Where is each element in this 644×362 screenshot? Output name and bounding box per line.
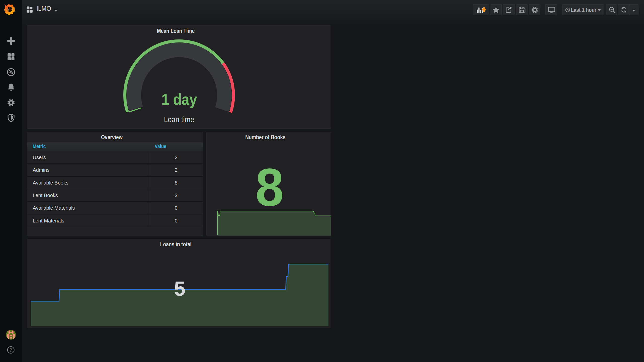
svg-text:?: ?: [10, 348, 12, 353]
